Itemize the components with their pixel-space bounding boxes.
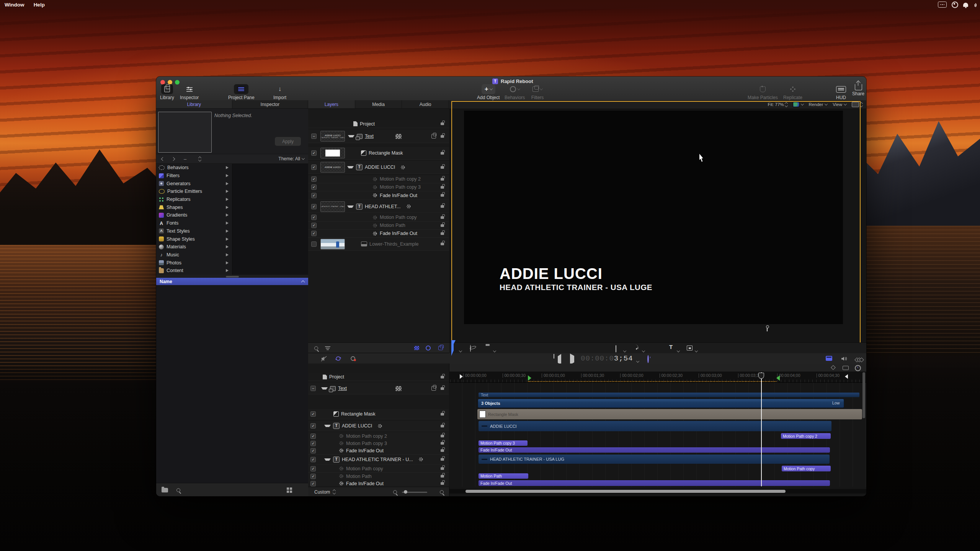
layers-row-head-athlet[interactable]: ✓HEAD ATHLETIC TRAINER - USA LUGETHEAD A… — [308, 200, 449, 213]
track-bar-motion-path-copy-3[interactable]: Motion Path copy 3 — [479, 440, 528, 446]
layers-row-motion-path[interactable]: ✓Motion Path — [308, 222, 449, 230]
tab-inspector[interactable]: Inspector — [232, 100, 309, 108]
inspector-button[interactable]: Inspector — [180, 84, 199, 100]
unlock-icon[interactable] — [441, 413, 444, 416]
render-dropdown[interactable]: Render — [809, 102, 828, 107]
library-category-shapes[interactable]: Shapes — [156, 203, 232, 211]
play-icon[interactable] — [570, 356, 574, 363]
library-category-content[interactable]: Content — [156, 267, 232, 275]
layers-row-motion-path-copy-2[interactable]: ✓Motion Path copy 2 — [308, 175, 449, 183]
mask-tool-chevron-icon[interactable] — [695, 347, 697, 354]
blend-swatch-icon[interactable] — [395, 134, 402, 139]
zoom-preset-dropdown[interactable]: Custom — [314, 489, 330, 495]
timeline-row-motion-path-copy[interactable]: ✓Motion Path copy — [308, 465, 449, 473]
import-button[interactable]: ↓ Import — [273, 84, 286, 100]
library-button[interactable]: Library — [160, 84, 174, 100]
layers-filter-icon[interactable] — [325, 346, 330, 350]
rectangle-tool-chevron-icon[interactable] — [624, 347, 626, 354]
tab-layers[interactable]: Layers — [308, 100, 355, 108]
display-layout-button[interactable] — [852, 102, 862, 107]
library-category-replicators[interactable]: Replicators — [156, 196, 232, 204]
unlock-icon[interactable] — [441, 467, 444, 470]
isolate-icon[interactable] — [431, 134, 436, 139]
unlock-icon[interactable] — [441, 442, 444, 445]
signal-icon[interactable] — [973, 2, 978, 7]
orbit-tool-icon[interactable] — [470, 345, 471, 352]
visibility-checkbox[interactable]: ✓ — [310, 441, 316, 446]
share-button[interactable]: Share — [852, 82, 864, 96]
track-bar-3-objects[interactable]: 3 ObjectsLow — [478, 399, 844, 408]
library-category-materials[interactable]: Materials — [156, 243, 232, 251]
layers-row-fade-in-fade-out[interactable]: ✓Fade In/Fade Out — [308, 191, 449, 200]
apply-button[interactable]: Apply — [275, 137, 301, 146]
zoom-level-dropdown[interactable]: Fit: 77% — [768, 102, 787, 107]
select-tool-icon[interactable] — [451, 344, 456, 351]
name-column-header[interactable]: Name — [156, 278, 308, 285]
replicate-button[interactable]: Replicate — [783, 84, 802, 100]
unlock-icon[interactable] — [441, 482, 444, 485]
show-timeline-icon[interactable] — [826, 356, 832, 361]
layers-row-project[interactable]: Project — [308, 120, 449, 128]
menu-window[interactable]: Window — [0, 2, 29, 8]
tab-media[interactable]: Media — [355, 100, 402, 108]
zoom-preset-stepper-icon[interactable] — [333, 490, 335, 494]
unlock-icon[interactable] — [441, 135, 444, 138]
unlock-icon[interactable] — [441, 243, 444, 245]
text-tool-icon[interactable]: T — [669, 344, 673, 350]
visibility-checkbox[interactable]: ✓ — [311, 231, 317, 236]
visibility-checkbox[interactable]: ✓ — [311, 165, 317, 170]
isolate-icon[interactable] — [431, 386, 436, 391]
layers-row-addie-lucci[interactable]: ✓ADDIE LUCCITADDIE LUCCI — [308, 161, 449, 174]
visibility-checkbox[interactable]: ✓ — [311, 204, 317, 209]
tab-library[interactable]: Library — [156, 100, 232, 108]
library-category-photos[interactable]: Photos — [156, 259, 232, 267]
track-bar-motion-path-copy-2[interactable]: Motion Path copy 2 — [781, 433, 831, 439]
timeline-row-motion-path[interactable]: ✓Motion Path — [308, 473, 449, 480]
new-folder-icon[interactable] — [162, 488, 168, 492]
splitter-grip[interactable] — [226, 276, 239, 277]
bezier-tool-chevron-icon[interactable] — [642, 347, 645, 354]
channels-dropdown[interactable] — [793, 102, 804, 107]
timeline-row-addie-lucci[interactable]: ✓TADDIE LUCCI — [308, 421, 449, 431]
visibility-checkbox[interactable]: ✓ — [310, 481, 316, 486]
add-object-button[interactable]: + Add Object — [477, 84, 500, 100]
rectangle-tool-icon[interactable] — [616, 346, 616, 352]
library-category-particle-emitters[interactable]: Particle Emitters — [156, 187, 232, 196]
unlock-icon[interactable] — [441, 194, 444, 197]
library-category-gradients[interactable]: Gradients — [156, 211, 232, 219]
timeline-row-head-athletic-trainer-u[interactable]: ✓THEAD ATHLETIC TRAINER - U... — [308, 455, 449, 465]
disclosure-triangle-icon[interactable] — [324, 458, 331, 461]
remove-icon[interactable]: – — [184, 156, 186, 162]
visibility-checkbox[interactable]: ✓ — [310, 434, 316, 439]
zoom-out-icon[interactable] — [393, 490, 397, 494]
hud-button[interactable]: HUD — [833, 84, 849, 100]
record-icon[interactable] — [350, 356, 356, 363]
disclosure-triangle-icon[interactable] — [324, 425, 331, 427]
layers-row-fade-in-fade-out[interactable]: ✓Fade In/Fade Out — [308, 230, 449, 238]
theme-dropdown[interactable]: Theme: All — [278, 156, 304, 161]
unlock-icon[interactable] — [441, 458, 444, 461]
unlock-icon[interactable] — [441, 216, 444, 219]
track-bar-addie-lucci[interactable]: ADDIE LUCCI — [479, 421, 831, 431]
library-category-shape-styles[interactable]: Shape Styles — [156, 235, 232, 243]
unlock-icon[interactable] — [441, 186, 444, 189]
filters-button[interactable]: Filters — [529, 84, 546, 100]
unlock-icon[interactable] — [441, 425, 444, 427]
library-category-fonts[interactable]: AFonts — [156, 219, 232, 227]
loop-icon[interactable] — [335, 356, 341, 363]
visibility-checkbox[interactable]: ✓ — [310, 448, 316, 453]
zoom-button[interactable] — [175, 80, 180, 85]
select-tool-chevron-icon[interactable] — [459, 347, 462, 354]
text-tool-chevron-icon[interactable] — [677, 347, 679, 354]
track-bar-motion-path[interactable]: Motion Path — [479, 473, 528, 479]
unlock-icon[interactable] — [441, 435, 444, 437]
library-category-filters[interactable]: Filters — [156, 172, 232, 180]
project-start-marker[interactable] — [460, 374, 463, 379]
visibility-checkbox[interactable]: ✓ — [310, 466, 316, 471]
visibility-checkbox[interactable]: ✓ — [310, 457, 316, 462]
unlock-icon[interactable] — [441, 205, 444, 208]
notifications-icon[interactable] — [963, 3, 968, 7]
mute-icon[interactable] — [321, 356, 327, 363]
visibility-checkbox[interactable] — [311, 241, 317, 247]
track-bar-head-athletic-trainer-usa-lug[interactable]: HEAD ATHLETIC TRAINER - USA LUG — [479, 455, 830, 464]
